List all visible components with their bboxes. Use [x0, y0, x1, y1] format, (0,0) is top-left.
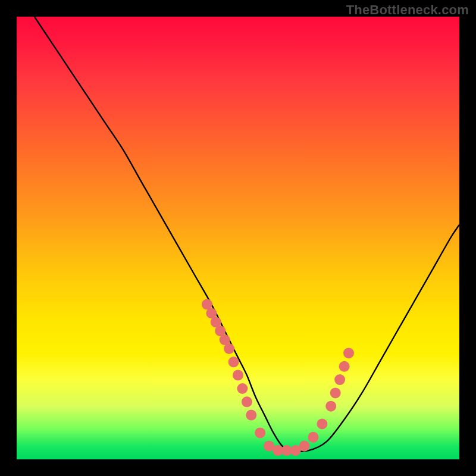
plot-area [17, 17, 459, 459]
chart-frame: TheBottleneck.com [0, 0, 476, 476]
scatter-dot [317, 419, 327, 430]
watermark-label: TheBottleneck.com [346, 2, 469, 18]
scatter-dot [325, 401, 336, 412]
scatter-dot [343, 347, 354, 358]
scatter-dot [237, 383, 248, 394]
scatter-dot [299, 441, 310, 452]
scatter-dot [255, 427, 265, 438]
scatter-dot [246, 410, 256, 421]
scatter-dot [334, 374, 345, 385]
scatter-dot [308, 432, 319, 443]
curve-layer [17, 17, 459, 459]
scatter-points [202, 299, 354, 456]
scatter-dot [242, 396, 252, 407]
scatter-dot [228, 356, 239, 367]
scatter-dot [224, 343, 234, 354]
scatter-dot [233, 370, 243, 381]
scatter-dot [330, 387, 341, 398]
scatter-dot [339, 361, 350, 372]
